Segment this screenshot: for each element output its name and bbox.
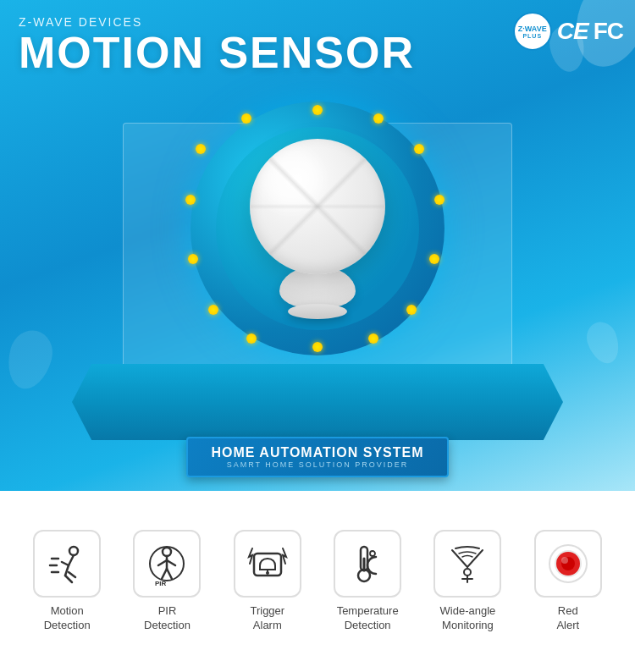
red-alert-icon	[546, 542, 590, 586]
zwave-plus-badge: Z·WAVE PLUS	[513, 12, 552, 51]
svg-point-24	[464, 569, 471, 576]
stage-platform	[72, 364, 563, 440]
temperature-detection-label: Temperature Detection	[337, 604, 399, 633]
ring-dot-13	[246, 333, 257, 344]
temperature-detection-icon-box	[334, 530, 401, 598]
svg-line-5	[69, 572, 75, 577]
ring-dot-5	[196, 144, 206, 154]
ring-inner	[216, 127, 419, 330]
sensor-head	[250, 139, 385, 274]
sensor-ring	[190, 102, 444, 355]
trigger-alarm-icon-box	[234, 530, 301, 598]
ring-dot-12	[368, 333, 378, 344]
decorative-drop-3	[2, 326, 58, 394]
pir-detection-icon-box: PIR	[133, 530, 201, 598]
hero-title: MOTION SENSOR	[19, 29, 415, 77]
feature-temperature: Temperature Detection	[321, 530, 414, 633]
ce-badge: CE	[557, 18, 588, 45]
ring-dot-6	[434, 195, 444, 205]
banner-main-text: HOME AUTOMATION SYSTEM	[202, 445, 433, 460]
fc-badge: FC	[594, 18, 623, 45]
pir-detection-label: PIR Detection	[144, 604, 190, 633]
red-alert-icon-box	[534, 530, 602, 598]
ring-dot-4	[414, 144, 424, 154]
ring-dot-2	[373, 113, 384, 124]
plus-text: PLUS	[522, 33, 542, 39]
feature-pir: PIR PIR Detection	[120, 530, 213, 633]
wide-angle-monitoring-icon	[445, 542, 489, 586]
ring-dot-10	[406, 305, 417, 315]
title-area: Z-WAVE DEVICES MOTION SENSOR	[19, 15, 415, 77]
ring-dot-7	[185, 195, 196, 205]
svg-line-14	[167, 569, 172, 579]
svg-point-23	[370, 551, 375, 556]
trigger-alarm-label: Trigger Alarm	[250, 604, 284, 633]
red-alert-label: Red Alert	[556, 604, 579, 633]
svg-line-4	[65, 576, 72, 582]
motion-detection-icon-box	[33, 530, 101, 598]
svg-point-19	[266, 571, 269, 575]
ring-dot-14	[312, 342, 323, 352]
svg-text:PIR: PIR	[155, 580, 167, 587]
wide-angle-icon-box	[433, 530, 501, 598]
hero-section: Z-WAVE DEVICES MOTION SENSOR Z·WAVE PLUS…	[0, 0, 635, 491]
ring-dot-11	[208, 305, 218, 315]
motion-detection-label: Motion Detection	[44, 604, 91, 633]
banner-sub-text: SAMRT HOME SOLUTION PROVIDER	[202, 460, 433, 469]
ring-dot-3	[241, 113, 251, 124]
feature-trigger: Trigger Alarm	[221, 530, 314, 633]
hero-subtitle: Z-WAVE DEVICES	[19, 15, 415, 29]
svg-point-29	[561, 557, 568, 564]
features-section: Motion Detection PIR PIR Detection	[0, 491, 635, 672]
wide-angle-label: Wide-angle Monitoring	[440, 604, 496, 633]
svg-line-2	[62, 562, 69, 565]
temperature-detection-icon	[345, 542, 389, 586]
svg-line-12	[167, 560, 175, 565]
pir-detection-icon: PIR	[145, 542, 189, 586]
svg-line-13	[162, 569, 167, 579]
svg-line-3	[65, 565, 69, 576]
home-automation-banner: HOME AUTOMATION SYSTEM SAMRT HOME SOLUTI…	[186, 437, 449, 477]
feature-red-alert: Red Alert	[522, 530, 615, 633]
ring-dot-1	[312, 105, 323, 115]
ring-container	[190, 102, 444, 355]
feature-motion: Motion Detection	[20, 530, 113, 633]
zwave-text: Z·WAVE	[518, 25, 547, 33]
svg-line-1	[69, 555, 74, 565]
motion-detection-icon	[45, 542, 89, 586]
svg-point-9	[163, 548, 171, 556]
sensor-device	[250, 139, 385, 319]
decorative-drop-4	[583, 318, 625, 368]
certification-badges: Z·WAVE PLUS CE FC	[513, 12, 623, 51]
svg-line-11	[158, 560, 167, 565]
sensor-foot	[288, 304, 347, 319]
ring-dot-9	[188, 254, 198, 264]
ring-dot-8	[429, 254, 439, 264]
trigger-alarm-icon	[246, 542, 290, 586]
feature-wide-angle: Wide-angle Monitoring	[421, 530, 514, 633]
svg-point-0	[69, 547, 78, 555]
